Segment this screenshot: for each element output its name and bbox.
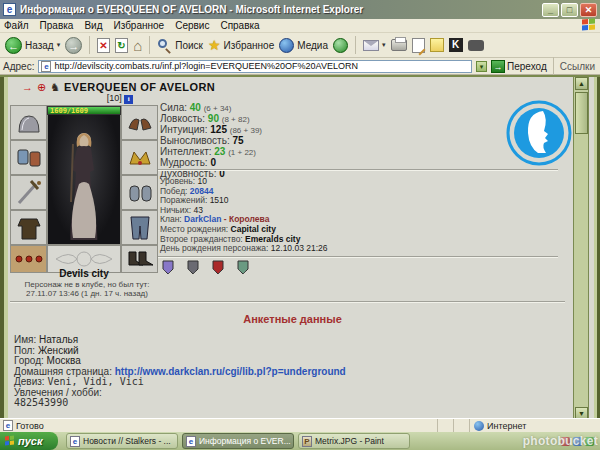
internet-zone-icon [474, 421, 484, 431]
badge-shield-red[interactable] [212, 260, 224, 275]
refresh-button[interactable]: ↻ [115, 38, 128, 53]
back-button[interactable]: ← Назад ▾ [5, 37, 60, 54]
start-button[interactable]: пуск [0, 432, 58, 450]
divider [158, 256, 558, 258]
stop-icon: ✕ [99, 40, 107, 52]
back-dropdown-icon[interactable]: ▾ [57, 41, 61, 49]
profile-row: 482543990 [14, 398, 346, 409]
page-left-border [0, 77, 8, 418]
messenger-button[interactable] [468, 40, 484, 51]
menu-tools[interactable]: Сервис [175, 20, 209, 31]
notes-button[interactable] [430, 38, 444, 52]
links-toolbar[interactable]: Ссылки [560, 61, 595, 72]
badge-shield-purple[interactable] [162, 260, 174, 275]
club-note: Персонаж не в клубе, но был тут: 27.11.0… [2, 280, 172, 298]
status-text: Готово [16, 421, 44, 431]
scroll-up-button[interactable]: ▲ [575, 77, 588, 90]
title-bar[interactable]: e Информация о EVERQUEEN OF AVELORN - Mi… [0, 0, 600, 19]
item-armor[interactable] [10, 210, 47, 245]
menu-favorites[interactable]: Избранное [113, 20, 164, 31]
window-title: Информация о EVERQUEEN OF AVELORN - Micr… [20, 4, 542, 15]
menu-bar: Файл Правка Вид Избранное Сервис Справка [0, 19, 600, 33]
taskbar-task-2-active[interactable]: e Информация о EVER... [182, 433, 294, 449]
scroll-down-button[interactable]: ▼ [575, 407, 588, 418]
menu-view[interactable]: Вид [84, 20, 102, 31]
star-icon: ★ [208, 38, 221, 52]
item-amulet[interactable] [121, 140, 158, 175]
divider [158, 169, 558, 171]
page-viewport: → ⊕ ♞ EVERQUEEN OF AVELORN [10] i 1609/1… [0, 75, 600, 418]
search-button[interactable]: Поиск [157, 38, 203, 53]
mail-button[interactable]: ▾ [363, 40, 386, 51]
info-icon[interactable]: i [124, 95, 133, 104]
taskbar: пуск e Новости // Stalkers - ... e Инфор… [0, 432, 600, 450]
item-helmet[interactable] [10, 105, 47, 140]
minimize-button[interactable]: _ [542, 3, 559, 17]
hp-value: 1609/1609 [50, 107, 88, 115]
status-bar: e Готово Интернет [0, 418, 600, 432]
achievement-badges [162, 260, 249, 275]
go-label: Переход [507, 61, 547, 72]
toolbar-separator [355, 36, 356, 54]
print-button[interactable] [391, 39, 407, 51]
ie-task-icon: e [186, 436, 196, 447]
go-button[interactable]: → Переход [491, 60, 547, 73]
menu-help[interactable]: Справка [220, 20, 259, 31]
search-icon [157, 38, 172, 53]
item-bracers[interactable] [10, 140, 47, 175]
address-label: Адрес: [3, 61, 34, 72]
menu-file[interactable]: Файл [4, 20, 29, 31]
stop-button[interactable]: ✕ [97, 38, 110, 53]
page-icon: e [41, 61, 51, 72]
item-leggings[interactable] [121, 210, 158, 245]
level-value: [10] [107, 93, 122, 103]
standard-toolbar: ← Назад ▾ → ✕ ↻ ⌂ Поиск ★ Избранное Меди… [0, 33, 600, 58]
toolbar-separator [553, 57, 554, 75]
character-name: EVERQUEEN OF AVELORN [64, 81, 215, 93]
address-dropdown-icon[interactable]: ▾ [476, 61, 487, 72]
start-flag-icon [5, 435, 15, 446]
close-button[interactable]: ✕ [580, 3, 597, 17]
go-arrow-icon: → [491, 60, 505, 73]
clan-sign-icon[interactable]: ⊕ [37, 82, 46, 93]
item-weapon-left[interactable] [10, 175, 47, 210]
badge-shield-gray[interactable] [187, 260, 199, 275]
ie-app-icon: e [3, 3, 16, 16]
record-block: Уровень: 10 Побед: 20844 Поражений: 1510… [160, 177, 328, 254]
item-gloves[interactable] [121, 175, 158, 210]
tray-icon-3[interactable] [585, 437, 594, 446]
taskbar-task-1[interactable]: e Новости // Stalkers - ... [66, 433, 178, 449]
back-label: Назад [25, 40, 54, 51]
address-input[interactable]: e http://devilscity.combats.ru/inf.pl?lo… [38, 60, 472, 73]
maximize-button[interactable]: □ [561, 3, 578, 17]
media-button[interactable]: Медиа [279, 38, 328, 53]
history-button[interactable] [333, 38, 348, 53]
ie-window: e Информация о EVERQUEEN OF AVELORN - Mi… [0, 0, 600, 450]
windows-logo-icon [582, 19, 596, 33]
badge-shield-green[interactable] [237, 260, 249, 275]
item-shoulders[interactable] [121, 105, 158, 140]
taskbar-task-3[interactable]: P Metrix.JPG - Paint [298, 433, 410, 449]
favorites-button[interactable]: ★ Избранное [208, 38, 274, 52]
media-globe-icon [279, 38, 294, 53]
pet-icon[interactable]: ♞ [50, 82, 60, 93]
homepage-link[interactable]: http://www.darkclan.ru/cgi/lib.pl?p=unde… [115, 366, 346, 377]
scroll-thumb[interactable] [575, 92, 588, 134]
address-url[interactable]: http://devilscity.combats.ru/inf.pl?logi… [54, 61, 358, 71]
mail-dropdown-icon[interactable]: ▾ [382, 41, 386, 49]
hp-bar: 1609/1609 [47, 106, 121, 115]
start-label: пуск [18, 435, 43, 447]
vertical-scrollbar[interactable]: ▲ ▼ [573, 77, 589, 418]
k-tool-button[interactable]: K [449, 38, 463, 52]
forward-icon: → [65, 37, 82, 54]
attack-arrow-icon[interactable]: → [22, 81, 33, 93]
zone-label: Интернет [487, 421, 526, 431]
edit-button[interactable] [412, 38, 425, 53]
address-bar: Адрес: e http://devilscity.combats.ru/in… [0, 58, 600, 75]
home-button[interactable]: ⌂ [133, 38, 142, 53]
clan-link[interactable]: DarkClan [184, 214, 221, 224]
forward-button[interactable]: → [65, 37, 82, 54]
tray-icon-1[interactable] [561, 437, 570, 446]
tray-icon-2[interactable] [573, 437, 582, 446]
menu-edit[interactable]: Правка [40, 20, 74, 31]
